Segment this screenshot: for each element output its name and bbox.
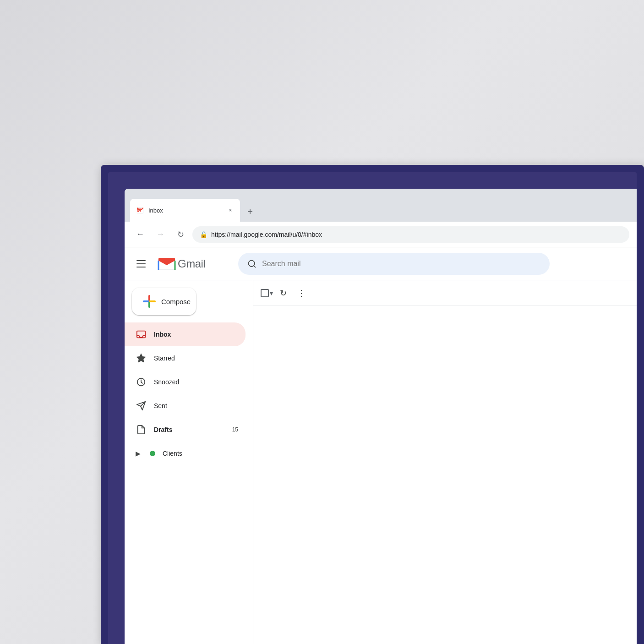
refresh-button[interactable]: ↻ [275,285,291,301]
select-all-checkbox[interactable] [261,289,269,297]
browser-nav-bar: ← → ↻ 🔒 https://mail.google.com/mail/u/0… [125,222,637,247]
browser-chrome: M Inbox × + [125,189,637,222]
url-text: https://mail.google.com/mail/u/0/#inbox [211,231,322,238]
select-chevron-icon[interactable]: ▾ [270,289,273,297]
monitor-inner: M Inbox × + ← → ↻ 🔒 https://m [108,172,637,644]
hamburger-icon [136,260,146,267]
star-icon [136,353,147,364]
compose-button[interactable]: Compose [132,288,196,315]
sidebar-item-sent-label: Sent [154,402,167,409]
gmail-header: Gmail [125,247,637,280]
svg-text:M: M [136,207,141,213]
lock-icon: 🔒 [200,231,207,238]
sidebar-item-drafts[interactable]: Drafts 15 [125,418,246,442]
new-tab-button[interactable]: + [242,203,258,220]
hamburger-button[interactable] [132,255,150,273]
draft-icon [136,424,147,435]
tab-bar: M Inbox × + [130,189,258,222]
gmail-wordmark: Gmail [178,257,205,270]
sidebar-item-clients[interactable]: ▶ Clients [125,442,246,465]
search-bar[interactable] [238,253,550,275]
gmail-body: Compose Inbox [125,280,637,644]
tab-favicon-gmail: M [136,206,145,215]
clock-icon [136,377,147,387]
gmail-logo-area: Gmail [158,257,231,271]
address-bar[interactable]: 🔒 https://mail.google.com/mail/u/0/#inbo… [192,226,629,243]
main-content: ▾ ↻ ⋮ [253,280,637,644]
expand-icon: ▶ [136,450,141,457]
sidebar-item-drafts-label: Drafts [154,426,172,433]
more-options-button[interactable]: ⋮ [293,285,310,301]
sidebar-item-inbox[interactable]: Inbox [125,322,246,346]
browser-window: M Inbox × + ← → ↻ 🔒 https://m [125,189,637,644]
back-button[interactable]: ← [132,226,148,243]
compose-label: Compose [161,298,191,306]
sidebar-item-snoozed-label: Snoozed [154,378,179,386]
sidebar-item-starred-label: Starred [154,355,175,362]
send-icon [136,400,147,411]
search-input[interactable] [262,260,540,268]
sidebar-item-clients-label: Clients [163,450,182,457]
select-all-area[interactable]: ▾ [261,289,273,297]
search-icon [247,259,257,268]
tab-close-button[interactable]: × [226,206,235,214]
svg-rect-3 [137,331,145,338]
sidebar-item-drafts-count: 15 [232,426,238,433]
forward-button[interactable]: → [152,226,169,243]
compose-plus-icon [143,295,156,308]
monitor-frame: M Inbox × + ← → ↻ 🔒 https://m [101,165,644,644]
reload-button[interactable]: ↻ [172,226,189,243]
clients-dot-icon [150,451,155,456]
sidebar-item-snoozed[interactable]: Snoozed [125,370,246,394]
email-toolbar: ▾ ↻ ⋮ [253,280,637,306]
tab-title: Inbox [148,207,223,214]
sidebar-item-sent[interactable]: Sent [125,394,246,418]
sidebar-item-starred[interactable]: Starred [125,346,246,370]
inbox-icon [136,329,147,340]
browser-tab-inbox[interactable]: M Inbox × [130,199,240,222]
gmail-m-icon [158,257,176,271]
sidebar: Compose Inbox [125,280,253,644]
gmail-app: Gmail [125,247,637,644]
sidebar-item-inbox-label: Inbox [154,331,171,338]
